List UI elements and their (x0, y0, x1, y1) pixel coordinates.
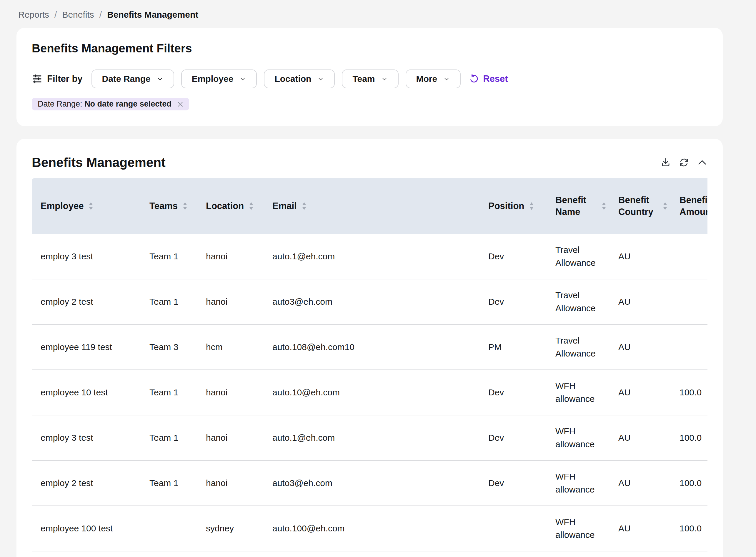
table-row[interactable]: employ 2 testTeam 1hanoiauto3@eh.comDevW… (32, 461, 707, 506)
reset-icon (469, 74, 479, 84)
sort-icon[interactable] (529, 202, 534, 210)
chip-text: Date Range: No date range selected (38, 99, 171, 109)
cell-benefit-country: AU (609, 324, 671, 370)
cell-position: Dev (479, 461, 546, 506)
cell-location: hanoi (197, 415, 263, 461)
filter-buttons: Date Range Employee Location Team (92, 69, 461, 88)
cell-email: auto.1@eh.com (263, 415, 479, 461)
cell-position: Dev (479, 234, 546, 279)
cell-teams: Team 3 (140, 324, 197, 370)
column-header-email[interactable]: Email (263, 178, 479, 234)
cell-email: auto.10@eh.com (263, 370, 479, 415)
table-toolbar (660, 157, 707, 168)
breadcrumb-separator: / (55, 9, 57, 21)
filter-button-team[interactable]: Team (342, 69, 398, 88)
cell-benefit-amount (671, 279, 707, 324)
filter-button-label: Location (275, 74, 311, 84)
table-scroll-area[interactable]: Employee Teams Location (32, 178, 707, 551)
cell-location: hanoi (197, 279, 263, 324)
filter-button-employee[interactable]: Employee (181, 69, 257, 88)
breadcrumb-item-benefits[interactable]: Benefits (62, 9, 94, 21)
cell-benefit-name: WFH allowance (546, 370, 609, 415)
sort-icon[interactable] (601, 202, 606, 210)
cell-position: Dev (479, 370, 546, 415)
close-icon[interactable] (177, 101, 184, 108)
column-header-benefit-country[interactable]: Benefit Country (609, 178, 671, 234)
column-header-employee[interactable]: Employee (32, 178, 140, 234)
cell-benefit-country: AU (609, 234, 671, 279)
cell-position: Dev (479, 279, 546, 324)
cell-benefit-country: AU (609, 415, 671, 461)
cell-email: auto.108@eh.com10 (263, 324, 479, 370)
sliders-icon (32, 74, 42, 84)
chevron-down-icon (157, 76, 163, 82)
filter-row: Filter by Date Range Employee Location T… (32, 69, 707, 88)
cell-employee: employee 10 test (32, 370, 140, 415)
reset-button[interactable]: Reset (469, 74, 508, 84)
table-row[interactable]: employ 3 testTeam 1hanoiauto.1@eh.comDev… (32, 234, 707, 279)
chevron-up-icon (697, 157, 707, 168)
sort-icon[interactable] (88, 202, 94, 210)
column-header-benefit-amount[interactable]: Benefit Amount (671, 178, 707, 234)
filter-button-location[interactable]: Location (264, 69, 335, 88)
download-icon (660, 157, 671, 168)
cell-benefit-name: Travel Allowance (546, 234, 609, 279)
cell-benefit-country: AU (609, 506, 671, 551)
cell-benefit-amount: 100.0 (671, 415, 707, 461)
table-card-header: Benefits Management (32, 154, 707, 171)
cell-email: auto3@eh.com (263, 461, 479, 506)
cell-teams: Team 1 (140, 279, 197, 324)
refresh-button[interactable] (679, 157, 689, 168)
column-header-benefit-name[interactable]: Benefit Name (546, 178, 609, 234)
chevron-down-icon (317, 76, 324, 82)
cell-benefit-name: WFH allowance (546, 506, 609, 551)
cell-benefit-name: Travel Allowance (546, 324, 609, 370)
cell-email: auto.100@eh.com (263, 506, 479, 551)
cell-location: hanoi (197, 234, 263, 279)
filters-card: Benefits Management Filters Filter by Da… (17, 28, 723, 126)
filter-button-more[interactable]: More (406, 69, 461, 88)
sort-icon[interactable] (182, 202, 188, 210)
chip-label: Date Range: (38, 99, 82, 108)
breadcrumb-item-reports[interactable]: Reports (18, 9, 49, 21)
sort-icon[interactable] (302, 202, 307, 210)
table-row[interactable]: employ 3 testTeam 1hanoiauto.1@eh.comDev… (32, 415, 707, 461)
table-header-row: Employee Teams Location (32, 178, 707, 234)
benefits-table: Employee Teams Location (32, 178, 707, 551)
table-row[interactable]: employee 100 testsydneyauto.100@eh.comWF… (32, 506, 707, 551)
chip-value: No date range selected (85, 99, 171, 108)
column-header-teams[interactable]: Teams (140, 178, 197, 234)
cell-employee: employ 2 test (32, 461, 140, 506)
filter-by-label: Filter by (47, 74, 83, 84)
breadcrumb-separator: / (99, 9, 102, 21)
table-row[interactable]: employee 119 testTeam 3hcmauto.108@eh.co… (32, 324, 707, 370)
filter-button-label: Employee (192, 74, 233, 84)
refresh-icon (679, 157, 689, 168)
cell-benefit-name: WFH allowance (546, 415, 609, 461)
download-button[interactable] (660, 157, 671, 168)
cell-teams (140, 506, 197, 551)
table-card: Benefits Management (17, 139, 723, 557)
sort-icon[interactable] (249, 202, 254, 210)
filter-button-date-range[interactable]: Date Range (92, 69, 174, 88)
table-card-title: Benefits Management (32, 155, 166, 170)
cell-position: Dev (479, 415, 546, 461)
table-row[interactable]: employ 2 testTeam 1hanoiauto3@eh.comDevT… (32, 279, 707, 324)
column-header-location[interactable]: Location (197, 178, 263, 234)
cell-employee: employee 100 test (32, 506, 140, 551)
breadcrumb: Reports / Benefits / Benefits Management (17, 9, 756, 21)
cell-location: hanoi (197, 461, 263, 506)
cell-benefit-name: WFH allowance (546, 461, 609, 506)
breadcrumb-item-current: Benefits Management (107, 9, 198, 21)
cell-benefit-name: Travel Allowance (546, 279, 609, 324)
cell-employee: employee 119 test (32, 324, 140, 370)
cell-teams: Team 1 (140, 234, 197, 279)
cell-position (479, 506, 546, 551)
filter-button-label: Team (352, 74, 375, 84)
reset-label: Reset (483, 74, 508, 84)
column-header-position[interactable]: Position (479, 178, 546, 234)
filter-button-label: More (416, 74, 437, 84)
table-row[interactable]: employee 10 testTeam 1hanoiauto.10@eh.co… (32, 370, 707, 415)
collapse-button[interactable] (697, 157, 707, 168)
sort-icon[interactable] (662, 202, 668, 210)
